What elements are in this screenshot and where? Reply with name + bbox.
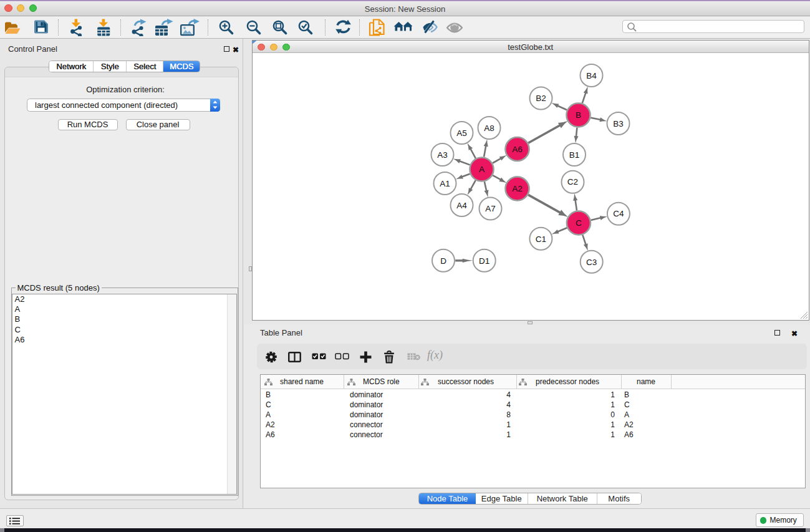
svg-text:D: D <box>440 256 446 266</box>
svg-text:C4: C4 <box>613 209 624 218</box>
svg-text:B: B <box>575 110 581 120</box>
svg-text:C3: C3 <box>586 258 597 267</box>
svg-text:A2: A2 <box>512 184 523 193</box>
svg-text:A4: A4 <box>456 201 467 210</box>
svg-text:B4: B4 <box>586 71 597 80</box>
svg-text:A1: A1 <box>440 179 450 188</box>
svg-text:C: C <box>576 218 582 228</box>
svg-text:A7: A7 <box>485 204 496 213</box>
svg-text:B3: B3 <box>613 119 624 128</box>
svg-text:A5: A5 <box>456 128 467 138</box>
svg-text:C1: C1 <box>535 235 546 244</box>
svg-text:C2: C2 <box>567 177 577 186</box>
svg-text:A3: A3 <box>437 150 448 160</box>
svg-text:B2: B2 <box>536 94 546 103</box>
svg-text:D1: D1 <box>479 256 489 266</box>
svg-text:B1: B1 <box>569 150 579 160</box>
svg-text:A8: A8 <box>484 123 494 133</box>
svg-text:A: A <box>478 165 484 174</box>
svg-text:A6: A6 <box>512 145 523 154</box>
